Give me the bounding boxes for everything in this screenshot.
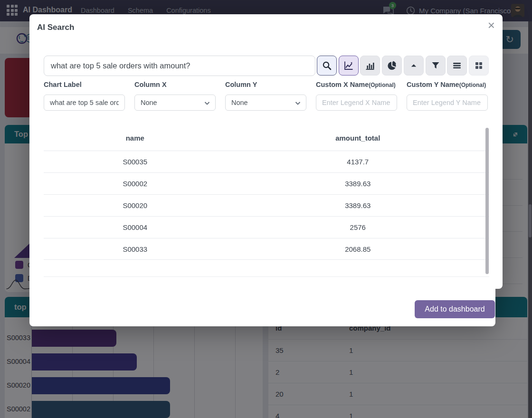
cell-amount-total: 2576 — [227, 223, 489, 231]
line-chart-button[interactable] — [339, 56, 359, 76]
grid-view-button[interactable] — [469, 56, 489, 76]
result-scrollbar-thumb[interactable] — [485, 128, 489, 274]
chart-label-input[interactable] — [50, 99, 119, 106]
modal-result-table: name amount_total S000354137.7S000023389… — [44, 125, 489, 277]
filter-button[interactable] — [426, 56, 446, 76]
column-y-label: Column Y — [225, 81, 306, 91]
ai-search-modal: AI Search × — [29, 14, 503, 326]
pie-chart-icon — [386, 60, 398, 71]
custom-y-input[interactable] — [413, 99, 482, 106]
cell-name: S00002 — [44, 180, 227, 188]
modal-footer: Add to dashboard — [29, 289, 495, 326]
custom-y-label-text: Custom Y Name — [407, 81, 459, 88]
list-view-button[interactable] — [447, 56, 467, 76]
cell-name: S00035 — [44, 158, 227, 166]
column-x-field: Column X None — [134, 81, 216, 111]
custom-x-input[interactable] — [322, 99, 391, 106]
custom-y-optional: (Optional) — [459, 82, 486, 88]
table-row: S000023389.63 — [44, 172, 489, 194]
cell-amount-total: 4137.7 — [227, 158, 489, 166]
caret-up-icon — [408, 60, 419, 71]
result-table-header: name amount_total — [44, 125, 489, 151]
cell-amount-total: 3389.63 — [227, 180, 489, 188]
custom-x-field: Custom X Name(Optional) — [316, 81, 397, 111]
add-to-dashboard-button[interactable]: Add to dashboard — [415, 300, 495, 318]
column-x-select[interactable]: None — [134, 95, 216, 111]
chart-label-label: Chart Label — [44, 81, 125, 91]
custom-y-label: Custom Y Name(Optional) — [407, 81, 488, 91]
column-x-value: None — [141, 99, 157, 106]
chevron-down-icon — [203, 99, 211, 107]
bar-chart-button[interactable] — [360, 56, 380, 76]
search-icon — [321, 60, 332, 71]
table-row: S000332068.85 — [44, 238, 489, 260]
custom-x-optional: (Optional) — [369, 82, 396, 88]
column-y-select[interactable]: None — [225, 95, 306, 111]
cell-name: S00004 — [44, 223, 227, 231]
list-icon — [451, 60, 463, 71]
line-chart-icon — [343, 60, 354, 71]
modal-body: AI Search × — [29, 14, 503, 289]
cell-name: S00020 — [44, 201, 227, 209]
chevron-down-icon — [294, 99, 302, 107]
cell-name: S00033 — [44, 245, 227, 253]
pie-chart-button[interactable] — [382, 56, 402, 76]
filter-icon — [430, 60, 441, 71]
collapse-button[interactable] — [404, 56, 424, 76]
grid-icon — [473, 60, 484, 71]
close-icon[interactable]: × — [488, 19, 495, 31]
modal-title: AI Search — [37, 23, 74, 32]
column-y-value: None — [231, 99, 248, 106]
search-button[interactable] — [317, 56, 337, 76]
col-amount-total: amount_total — [227, 134, 489, 142]
custom-y-field: Custom Y Name(Optional) — [407, 81, 488, 111]
custom-x-label-text: Custom X Name — [316, 81, 369, 88]
table-row: S000354137.7 — [44, 151, 489, 172]
chart-label-field: Chart Label — [44, 81, 125, 111]
column-x-label: Column X — [134, 81, 216, 91]
custom-x-label: Custom X Name(Optional) — [316, 81, 397, 91]
cell-amount-total: 2068.85 — [227, 245, 489, 253]
chart-type-toolbar — [317, 56, 489, 76]
column-y-field: Column Y None — [225, 81, 306, 111]
table-row: S000042576 — [44, 216, 489, 238]
table-row: S000203389.63 — [44, 194, 489, 216]
cell-amount-total: 3389.63 — [227, 201, 489, 209]
col-name: name — [44, 134, 227, 142]
bar-chart-icon — [364, 60, 376, 71]
ai-search-input[interactable] — [44, 56, 315, 76]
